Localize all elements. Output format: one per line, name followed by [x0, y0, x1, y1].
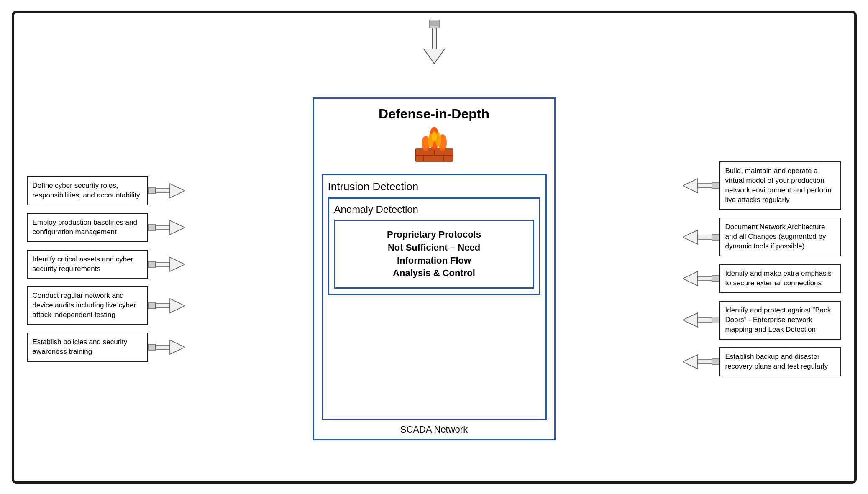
svg-rect-17 — [156, 345, 170, 349]
left-item-identify-assets: Identify critical assets and cyber secur… — [27, 250, 186, 279]
right-box-identify-external: Identify and make extra emphasis to secu… — [719, 264, 841, 293]
left-box-identify-assets: Identify critical assets and cyber secur… — [27, 250, 148, 279]
right-item-identify-external: Identify and make extra emphasis to secu… — [683, 264, 842, 293]
svg-rect-39 — [712, 276, 719, 282]
detection-middle: Anomaly Detection Proprietary ProtocolsN… — [328, 197, 540, 295]
svg-rect-11 — [156, 262, 170, 266]
right-arrow-4 — [148, 337, 185, 358]
top-arrow-container — [422, 20, 447, 66]
left-arrow-2 — [683, 268, 719, 289]
left-column: Define cyber security roles, responsibil… — [27, 176, 186, 362]
right-item-build-virtual: Build, maintain and operate a virtual mo… — [683, 161, 842, 210]
left-item-define-roles: Define cyber security roles, responsibil… — [27, 176, 186, 205]
svg-rect-7 — [148, 225, 156, 230]
svg-point-30 — [432, 131, 437, 141]
svg-rect-16 — [148, 344, 156, 350]
svg-rect-1 — [429, 22, 439, 25]
svg-marker-34 — [683, 230, 698, 244]
svg-rect-36 — [712, 234, 719, 240]
svg-rect-10 — [148, 261, 156, 267]
anomaly-label: Anomaly Detection — [334, 204, 534, 215]
left-item-employ-baselines: Employ production baselines and configur… — [27, 213, 186, 242]
svg-marker-6 — [170, 184, 185, 198]
svg-rect-5 — [156, 189, 170, 193]
right-box-build-virtual: Build, maintain and operate a virtual mo… — [719, 161, 841, 210]
left-arrow-1 — [683, 227, 719, 248]
right-column: Build, maintain and operate a virtual mo… — [683, 161, 842, 376]
detection-inner: Proprietary ProtocolsNot Sufficient – Ne… — [334, 220, 534, 289]
right-box-document-network: Document Network Architecture and all Ch… — [719, 218, 841, 256]
svg-marker-15 — [170, 299, 185, 313]
detection-outer: Intrusion Detection Anomaly Detection Pr… — [322, 174, 547, 420]
svg-marker-12 — [170, 257, 185, 271]
svg-rect-32 — [698, 184, 712, 188]
left-item-conduct-audits: Conduct regular network and device audit… — [27, 286, 186, 325]
svg-rect-41 — [698, 318, 712, 322]
center-panel: Defense-in-Depth — [313, 97, 556, 440]
svg-rect-45 — [712, 359, 719, 365]
right-item-establish-backup: Establish backup and disaster recovery p… — [683, 347, 842, 376]
left-box-establish-policies: Establish policies and security awarenes… — [27, 333, 148, 362]
right-arrow-1 — [148, 217, 185, 238]
svg-rect-2 — [432, 28, 436, 49]
right-item-identify-backdoors: Identify and protect against "Back Doors… — [683, 301, 842, 340]
intrusion-label: Intrusion Detection — [328, 180, 540, 193]
scada-label: SCADA Network — [400, 424, 468, 435]
right-box-establish-backup: Establish backup and disaster recovery p… — [719, 347, 841, 376]
svg-rect-44 — [698, 360, 712, 364]
firewall-svg — [413, 126, 455, 164]
svg-marker-40 — [683, 313, 698, 327]
svg-marker-18 — [170, 340, 185, 354]
svg-marker-3 — [424, 49, 445, 64]
left-arrow-4 — [683, 351, 719, 372]
left-box-employ-baselines: Employ production baselines and configur… — [27, 213, 148, 242]
main-layout: Define cyber security roles, responsibil… — [27, 66, 842, 473]
left-arrow-0 — [683, 175, 719, 196]
svg-rect-4 — [148, 188, 156, 194]
svg-rect-38 — [698, 276, 712, 281]
svg-rect-13 — [148, 303, 156, 309]
right-arrow-0 — [148, 180, 185, 201]
left-box-define-roles: Define cyber security roles, responsibil… — [27, 176, 148, 205]
firewall-icon — [413, 126, 455, 169]
right-box-identify-backdoors: Identify and protect against "Back Doors… — [719, 301, 841, 340]
right-arrow-2 — [148, 254, 185, 275]
svg-marker-37 — [683, 271, 698, 286]
outer-border: Define cyber security roles, responsibil… — [12, 11, 857, 484]
right-arrow-3 — [148, 295, 185, 316]
svg-rect-8 — [156, 225, 170, 230]
svg-rect-33 — [712, 183, 719, 189]
left-box-conduct-audits: Conduct regular network and device audit… — [27, 286, 148, 325]
inner-text: Proprietary ProtocolsNot Sufficient – Ne… — [341, 228, 527, 280]
svg-rect-42 — [712, 317, 719, 323]
svg-rect-35 — [698, 235, 712, 239]
svg-rect-14 — [156, 304, 170, 308]
defense-title: Defense-in-Depth — [379, 106, 489, 122]
svg-marker-31 — [683, 179, 698, 193]
left-arrow-3 — [683, 310, 719, 330]
svg-marker-43 — [683, 355, 698, 369]
top-down-arrow — [422, 20, 447, 66]
svg-marker-9 — [170, 220, 185, 235]
right-item-document-network: Document Network Architecture and all Ch… — [683, 218, 842, 256]
left-item-establish-policies: Establish policies and security awarenes… — [27, 333, 186, 362]
